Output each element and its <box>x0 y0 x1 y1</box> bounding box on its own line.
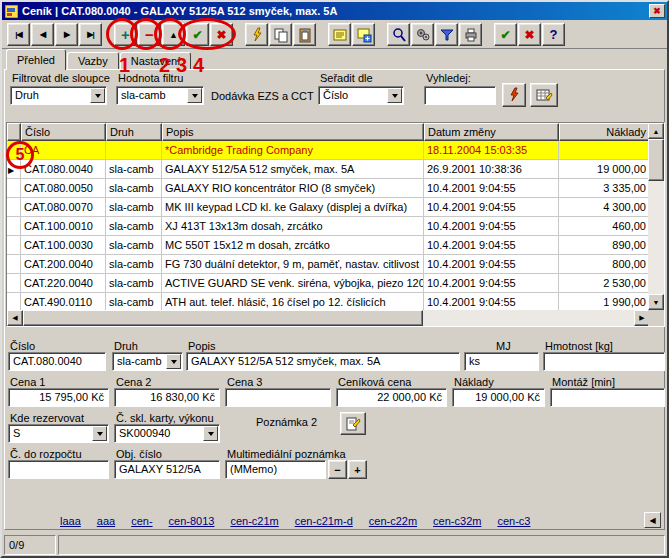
delete-record-button[interactable]: − <box>138 23 161 46</box>
cell-datum: 10.4.2001 9:04:55 <box>424 217 559 236</box>
column-header-cislo[interactable]: Číslo <box>21 123 106 141</box>
notebook-button[interactable] <box>328 23 351 46</box>
cena3-field[interactable] <box>225 388 331 407</box>
kde-rezervovat-select[interactable]: S <box>8 424 109 443</box>
vertical-scroll-thumb[interactable] <box>648 139 664 181</box>
hmotnost-label: Hmotnost [kg] <box>545 340 613 352</box>
link-tab[interactable]: cen-c32m <box>433 515 481 527</box>
table-row-selected[interactable]: ▶ CAT.080.0040 sla-camb GALAXY 512/5A 51… <box>7 160 664 179</box>
scroll-down-button[interactable]: ▼ <box>648 294 664 310</box>
horizontal-scrollbar[interactable]: ◀ ▶ <box>7 310 650 326</box>
chevron-down-icon[interactable] <box>187 88 202 103</box>
previous-record-button[interactable]: ◀ <box>31 23 54 46</box>
naklady-field[interactable]: 19 000,00 Kč <box>452 388 545 407</box>
chevron-down-icon[interactable] <box>166 354 181 369</box>
druh-label: Druh <box>114 340 138 352</box>
table-row[interactable]: CAT.100.0030 sla-camb MC 550T 15x12 m do… <box>7 236 664 255</box>
cena1-field[interactable]: 15 795,00 Kč <box>8 388 109 407</box>
filter-column-select[interactable]: Druh <box>10 86 107 105</box>
edit-record-button[interactable]: ▲ <box>162 23 185 46</box>
apply-filter-button[interactable] <box>502 83 526 107</box>
table-row[interactable]: CAT.100.0010 sla-camb XJ 413T 13x13m dos… <box>7 217 664 236</box>
mmemo-field[interactable]: (MMemo) <box>225 460 326 479</box>
tab-prehled[interactable]: Přehled <box>6 49 66 70</box>
cislo-field[interactable]: CAT.080.0040 <box>8 352 106 371</box>
skl-karty-select[interactable]: SK000940 <box>114 424 220 443</box>
table-row[interactable]: CAT.220.0040 sla-camb ACTIVE GUARD SE ve… <box>7 274 664 293</box>
table-row[interactable]: CAT.080.0070 sla-camb MK III keypad LCD … <box>7 198 664 217</box>
first-record-button[interactable]: |◀ <box>7 23 30 46</box>
cancel-edit-button[interactable]: ✖ <box>210 23 233 46</box>
copy-button[interactable] <box>269 23 292 46</box>
column-header-datum[interactable]: Datum změny <box>424 123 559 141</box>
table-row[interactable]: CAT.200.0040 sla-camb FG 730 duální dete… <box>7 255 664 274</box>
add-record-button[interactable]: + <box>114 23 137 46</box>
link-tab[interactable]: cen-c3 <box>497 515 530 527</box>
chevron-down-icon[interactable] <box>203 426 218 441</box>
horizontal-scroll-thumb[interactable] <box>23 310 423 326</box>
popis-field[interactable]: GALAXY 512/5A 512 smyček, max. 5A <box>186 352 460 371</box>
cell-druh: sla-camb <box>106 236 162 255</box>
cislo-label: Číslo <box>10 340 35 352</box>
table-row[interactable]: CAT.080.0050 sla-camb GALAXY RIO koncent… <box>7 179 664 198</box>
linkbar-scroll-left-button[interactable]: ◀ <box>644 512 661 528</box>
tab-nastaveni[interactable]: Nastavení <box>120 52 192 70</box>
notebook-icon <box>332 27 348 43</box>
close-form-button[interactable]: ✖ <box>518 23 541 46</box>
cell-cislo: CA <box>21 141 106 160</box>
last-record-button[interactable]: ▶| <box>79 23 102 46</box>
mmemo-minus-button[interactable]: − <box>328 460 347 479</box>
vertical-scrollbar[interactable]: ▲ ▼ <box>648 123 664 310</box>
sort-select[interactable]: Číslo <box>318 86 404 105</box>
notebook-add-button[interactable] <box>352 23 375 46</box>
refresh-button[interactable] <box>245 23 268 46</box>
current-row-marker: ▶ <box>7 160 21 179</box>
chevron-down-icon[interactable] <box>92 426 107 441</box>
scroll-up-button[interactable]: ▲ <box>648 123 664 139</box>
obj-cislo-field[interactable]: GALAXY 512/5A <box>114 460 220 479</box>
cenikova-cena-field[interactable]: 22 000,00 Kč <box>336 388 447 407</box>
rozpocet-field[interactable] <box>8 460 109 479</box>
close-button[interactable]: ✖ <box>649 4 665 18</box>
filter-button[interactable] <box>435 23 458 46</box>
column-header-druh[interactable]: Druh <box>106 123 162 141</box>
link-tab[interactable]: aaa <box>97 515 115 527</box>
druh-select[interactable]: sla-camb <box>112 352 183 371</box>
link-tab[interactable]: laaa <box>60 515 81 527</box>
filter-value-select[interactable]: sla-camb <box>116 86 204 105</box>
link-tab[interactable]: cen- <box>131 515 152 527</box>
column-header-popis[interactable]: Popis <box>162 123 424 141</box>
mj-field[interactable]: ks <box>464 352 539 371</box>
link-tab[interactable]: cen-c22m <box>369 515 417 527</box>
search-button[interactable] <box>387 23 410 46</box>
grid-edit-button[interactable] <box>530 83 558 107</box>
popis-label: Popis <box>188 340 216 352</box>
hmotnost-field[interactable] <box>543 352 665 371</box>
chevron-down-icon[interactable] <box>387 88 402 103</box>
search-input[interactable] <box>424 86 496 105</box>
table-row[interactable]: CA *Cambridge Trading Company 18.11.2004… <box>7 141 664 160</box>
scroll-left-button[interactable]: ◀ <box>7 310 23 326</box>
post-edit-button[interactable]: ✔ <box>186 23 209 46</box>
link-tab[interactable]: cen-c21m <box>230 515 278 527</box>
settings-button[interactable] <box>411 23 434 46</box>
title-bar[interactable]: Ceník | CAT.080.0040 - GALAXY 512/5A 512… <box>2 2 667 20</box>
triangle-left-icon: ◀ <box>649 516 655 525</box>
print-button[interactable] <box>459 23 482 46</box>
poznamka2-button[interactable] <box>340 412 366 435</box>
link-tab[interactable]: cen-8013 <box>169 515 215 527</box>
column-header-naklady[interactable]: Náklady <box>559 123 650 141</box>
cell-cislo: CAT.080.0070 <box>21 198 106 217</box>
paste-button[interactable] <box>293 23 316 46</box>
next-record-button[interactable]: ▶ <box>55 23 78 46</box>
ok-button[interactable]: ✔ <box>494 23 517 46</box>
chevron-down-icon[interactable] <box>90 88 105 103</box>
mmemo-plus-button[interactable]: + <box>348 460 367 479</box>
toolbar: |◀ ◀ ▶ ▶| + − ▲ ✔ ✖ <box>2 20 667 49</box>
tab-vazby[interactable]: Vazby <box>67 52 119 70</box>
cena2-field[interactable]: 16 830,00 Kč <box>114 388 220 407</box>
skl-karty-value: SK000940 <box>119 427 170 439</box>
help-button[interactable]: ? <box>542 23 565 46</box>
link-tab[interactable]: cen-c21m-d <box>295 515 353 527</box>
montaz-field[interactable] <box>550 388 665 407</box>
